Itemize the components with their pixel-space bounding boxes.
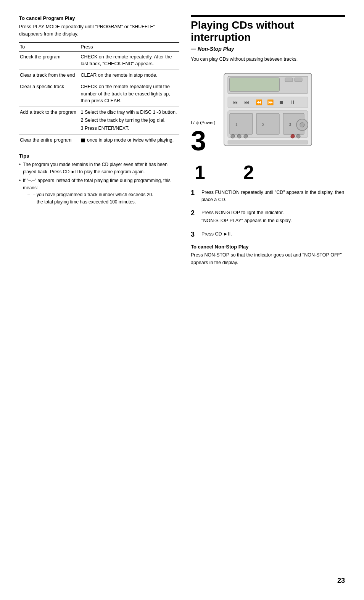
- svg-rect-19: [228, 140, 308, 144]
- step-text: Press NON-STOP to light the indicator."N…: [201, 209, 292, 226]
- cancel-nonstop-text: Press NON-STOP so that the indicator goe…: [191, 252, 345, 266]
- svg-text:⏸: ⏸: [290, 99, 295, 105]
- tip-item: The program you made remains in the CD p…: [19, 161, 179, 175]
- cancel-nonstop-section: To cancel Non-Stop Play Press NON-STOP s…: [191, 244, 345, 266]
- table-cell-press: 1 Select the disc tray with a DISC 1~3 b…: [80, 107, 179, 135]
- right-column: Playing CDs without interruption — Non-S…: [191, 15, 345, 585]
- svg-text:⏪: ⏪: [256, 99, 263, 106]
- svg-point-23: [237, 134, 241, 138]
- table-cell-to: Clear a specific track: [19, 81, 80, 106]
- step-item: 2Press NON-STOP to light the indicator."…: [191, 209, 345, 226]
- step-number: 3: [191, 231, 198, 239]
- step-number: 2: [191, 209, 198, 217]
- svg-text:1: 1: [235, 123, 238, 127]
- table-cell-to: Check the program: [19, 51, 80, 70]
- steps-section: 1Press FUNCTION repeatedly until "CD" ap…: [191, 189, 345, 239]
- page-wrapper: To cancel Program Play Press PLAY MODE r…: [0, 0, 364, 600]
- device-diagram: ⏮ ⏭ ⏪ ⏩ ⏹ ⏸ 1 2: [222, 69, 345, 155]
- svg-rect-14: [256, 113, 279, 134]
- tip-sub-item: – the total playing time has exceeded 10…: [27, 198, 179, 206]
- stop-icon: [81, 139, 85, 142]
- svg-point-22: [231, 134, 235, 138]
- cancel-program-intro: Press PLAY MODE repeatedly until "PROGRA…: [19, 23, 179, 38]
- tip-sub-item: – you have programmed a track number whi…: [27, 191, 179, 198]
- table-row: Add a track to the program1 Select the d…: [19, 107, 179, 135]
- page-number: 23: [337, 577, 345, 585]
- cancel-program-title: To cancel Program Play: [19, 15, 179, 21]
- svg-rect-2: [230, 78, 279, 91]
- tip-item: If "–.–" appears instead of the total pl…: [19, 177, 179, 205]
- diagram-bottom-numbers: 1 2: [195, 163, 345, 182]
- step-text: Press FUNCTION repeatedly until "CD" app…: [201, 189, 345, 204]
- main-heading: Playing CDs without interruption: [191, 15, 345, 44]
- svg-text:⏭: ⏭: [244, 99, 250, 105]
- tips-sublist: – you have programmed a track number whi…: [23, 191, 179, 205]
- table-cell-press: CHECK on the remote repeatedly. After th…: [80, 51, 179, 70]
- left-column: To cancel Program Play Press PLAY MODE r…: [19, 15, 179, 585]
- reference-table: To Press Check the programCHECK on the r…: [19, 42, 179, 147]
- table-cell-press: once in stop mode or twice while playing…: [80, 135, 179, 146]
- table-row: Clear a track from the endCLEAR on the r…: [19, 70, 179, 81]
- table-cell-to: Clear the entire program: [19, 135, 80, 146]
- table-row: Check the programCHECK on the remote rep…: [19, 51, 179, 70]
- diagram-number-1: 1: [195, 163, 205, 182]
- table-header-press: Press: [80, 42, 179, 51]
- table-header-to: To: [19, 42, 80, 51]
- svg-text:3: 3: [289, 123, 291, 127]
- table-row: Clear a specific trackCHECK on the remot…: [19, 81, 179, 106]
- svg-text:2: 2: [262, 123, 264, 127]
- diagram-container: I / ψ (Power) 3: [191, 69, 345, 155]
- right-intro: You can play CDs without pausing between…: [191, 56, 345, 63]
- power-label: I / ψ (Power): [191, 120, 215, 126]
- tips-list: The program you made remains in the CD p…: [19, 161, 179, 206]
- page-content: To cancel Program Play Press PLAY MODE r…: [0, 0, 364, 600]
- table-cell-press: CHECK on the remote repeatedly until the…: [80, 81, 179, 106]
- table-cell-to: Add a track to the program: [19, 107, 80, 135]
- tips-title: Tips: [19, 153, 179, 159]
- cancel-nonstop-title: To cancel Non-Stop Play: [191, 244, 345, 250]
- svg-rect-4: [295, 78, 302, 82]
- step-item: 1Press FUNCTION repeatedly until "CD" ap…: [191, 189, 345, 204]
- step-number: 1: [191, 189, 198, 197]
- svg-rect-3: [285, 78, 293, 82]
- device-svg: ⏮ ⏭ ⏪ ⏩ ⏹ ⏸ 1 2: [222, 69, 314, 153]
- step-text-line: Press NON-STOP to light the indicator.: [201, 209, 292, 216]
- diagram-number-3: 3: [191, 127, 206, 155]
- svg-text:⏩: ⏩: [267, 99, 274, 106]
- svg-point-25: [291, 134, 295, 138]
- step-text: Press CD ►II.: [201, 231, 232, 238]
- diagram-number-2: 2: [243, 163, 254, 182]
- table-cell-to: Clear a track from the end: [19, 70, 80, 81]
- svg-point-21: [300, 123, 304, 127]
- step-text-line: "NON-STOP PLAY" appears in the display.: [201, 217, 292, 224]
- step-item: 3Press CD ►II.: [191, 231, 345, 239]
- sub-heading: — Non-Stop Play: [191, 46, 345, 52]
- table-row: Clear the entire program once in stop mo…: [19, 135, 179, 146]
- svg-rect-13: [230, 113, 253, 134]
- svg-point-26: [296, 134, 300, 138]
- diagram-left-labels: I / ψ (Power) 3: [191, 120, 215, 155]
- svg-text:⏮: ⏮: [233, 99, 238, 105]
- svg-text:⏹: ⏹: [279, 99, 284, 105]
- table-cell-press: CLEAR on the remote in stop mode.: [80, 70, 179, 81]
- svg-point-24: [244, 134, 248, 138]
